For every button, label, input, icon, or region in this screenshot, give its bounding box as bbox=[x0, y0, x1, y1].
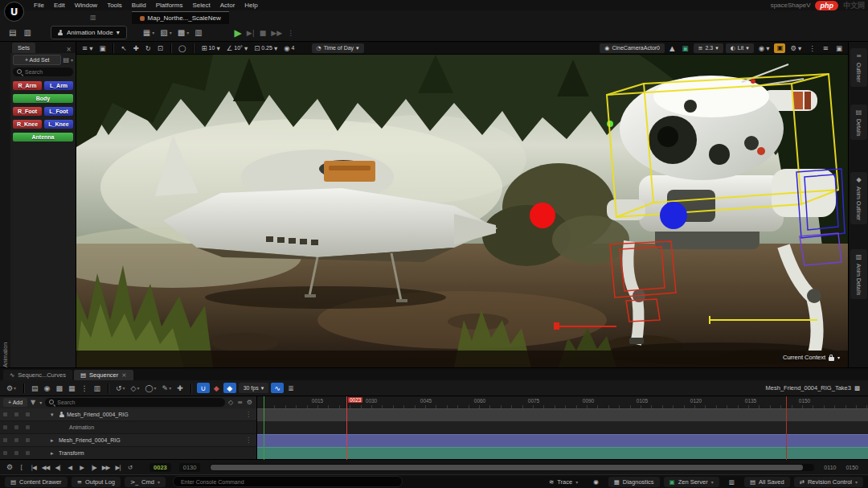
add-section-icon[interactable]: ⋮ bbox=[245, 411, 252, 418]
cmd-button[interactable]: >_ Cmd ▾ bbox=[125, 477, 166, 487]
paste-icon[interactable]: ▤ bbox=[63, 56, 69, 64]
marker-icon[interactable]: ◇▾ bbox=[129, 382, 141, 394]
fps-dropdown[interactable]: 30 fps ▾ bbox=[239, 383, 269, 393]
rig-marker-red[interactable] bbox=[530, 203, 555, 228]
rig-button-l-foot[interactable]: L_Foot bbox=[44, 107, 73, 116]
director-blueprint-icon[interactable]: ▦ bbox=[67, 382, 77, 394]
plugin-icon[interactable]: ▥ bbox=[723, 477, 740, 487]
track-row-rig-child[interactable]: ▸ Mesh_Friend_0004_RIG ⋮ bbox=[0, 434, 256, 447]
transform-section-band[interactable] bbox=[257, 447, 868, 460]
scale-snap-toggle[interactable]: ⊡0.25▾ bbox=[252, 44, 280, 52]
viewport-scene[interactable] bbox=[76, 55, 848, 367]
play-options-icon[interactable]: ⋮ bbox=[287, 29, 294, 37]
quick-add-button[interactable]: ▦▾ bbox=[141, 27, 157, 39]
rig-button-l-arm[interactable]: L_Arm bbox=[44, 81, 73, 90]
add-set-button[interactable]: + Add Set bbox=[13, 55, 61, 65]
add-track-button[interactable]: + Add bbox=[3, 398, 27, 407]
chevron-down-icon[interactable]: ▾ bbox=[39, 400, 43, 405]
expander-closed-icon[interactable]: ▸ bbox=[51, 450, 56, 457]
prev-marker-icon[interactable]: ◇ bbox=[227, 399, 234, 406]
list-icon[interactable]: ≡ bbox=[236, 399, 244, 406]
editor-mode-dropdown[interactable]: Animation Mode ▾ bbox=[51, 26, 127, 39]
secondary-frame-field[interactable]: 0130 bbox=[179, 463, 201, 472]
rotate-tool-icon[interactable]: ↻ bbox=[143, 44, 154, 52]
rig-button-r-knee[interactable]: R_Knee bbox=[13, 120, 42, 129]
sequencer-timeline[interactable]: 0015 0030 0045 0060 0075 0090 0105 0120 … bbox=[257, 396, 868, 460]
snap-toggle[interactable]: ∪ bbox=[197, 383, 210, 393]
render-movie-icon[interactable]: ▩ bbox=[54, 382, 64, 394]
camera-actor-button[interactable]: ◉ CineCameraActor0 bbox=[600, 43, 665, 53]
sidebar-tab-anim-outliner[interactable]: ◆ Anim Outliner bbox=[850, 172, 867, 224]
undo-icon[interactable]: ↺▾ bbox=[114, 382, 127, 394]
sequencer-options-icon[interactable]: ⚙▾ bbox=[5, 382, 18, 394]
eject-camera-icon[interactable]: ▲ bbox=[667, 44, 678, 52]
filter-icon[interactable]: ▼ bbox=[30, 399, 36, 406]
playhead[interactable] bbox=[346, 396, 347, 460]
content-drawer-button[interactable]: ▤ Content Drawer bbox=[5, 477, 68, 487]
create-camera-icon[interactable]: ◉ bbox=[43, 382, 52, 394]
next-key-button[interactable]: ▶▶ bbox=[100, 464, 111, 471]
actions-icon[interactable]: ▥ bbox=[92, 382, 103, 394]
expander-closed-icon[interactable]: ▸ bbox=[51, 437, 56, 444]
keyframe-toggle[interactable]: ◆ bbox=[223, 383, 236, 393]
play-forward-button[interactable]: ▶ bbox=[76, 464, 87, 471]
set-start-bracket-icon[interactable]: [ bbox=[16, 464, 27, 471]
animation-band[interactable] bbox=[257, 421, 868, 434]
show-flags-icon[interactable]: ◉▾ bbox=[756, 44, 772, 52]
rotation-snap-toggle[interactable]: ∠10°▾ bbox=[224, 44, 251, 52]
sidebar-tab-outliner[interactable]: ≡ Outliner bbox=[850, 48, 867, 87]
previous-key-button[interactable]: ◀◀ bbox=[40, 464, 51, 471]
rig-button-antenna[interactable]: Antenna bbox=[13, 133, 73, 141]
menu-select[interactable]: Select bbox=[187, 2, 215, 9]
scrollbar-handle[interactable] bbox=[211, 465, 803, 470]
step-forward-button[interactable]: |▶ bbox=[88, 464, 99, 471]
view-range-start[interactable]: 0110 bbox=[824, 465, 836, 470]
fps-indicator-icon[interactable]: ◉ bbox=[588, 477, 604, 487]
highlighted-mode-toggle[interactable]: ▣ bbox=[774, 43, 785, 53]
menu-edit[interactable]: Edit bbox=[49, 2, 70, 9]
pilot-indicator-icon[interactable]: ▣ bbox=[680, 44, 691, 52]
skip-to-end-button[interactable]: ▶▶ bbox=[271, 29, 282, 37]
select-tool-icon[interactable]: ↖ bbox=[118, 44, 129, 52]
chevron-down-icon[interactable]: ▾ bbox=[71, 57, 73, 63]
curve-editor-toggle[interactable]: ∿ bbox=[271, 383, 284, 393]
more-options-icon[interactable]: ⋮ bbox=[806, 44, 818, 52]
revision-control-button[interactable]: ⇄ Revision Control ▾ bbox=[794, 477, 863, 487]
console-command-input[interactable] bbox=[179, 478, 396, 486]
rig-button-l-knee[interactable]: L_Knee bbox=[44, 120, 73, 129]
panel-close-icon[interactable]: × bbox=[63, 46, 74, 53]
sidebar-tab-anim-details[interactable]: ▥ Anim Details bbox=[850, 249, 867, 299]
source-control-status-button[interactable]: ▤ All Saved bbox=[744, 477, 790, 487]
menu-tools[interactable]: Tools bbox=[102, 2, 127, 9]
sidebar-tab-animation[interactable]: Animation bbox=[2, 50, 8, 367]
menu-actor[interactable]: Actor bbox=[215, 2, 240, 9]
content-browser-button[interactable]: ▥ bbox=[21, 27, 33, 39]
save-button[interactable]: ▤ bbox=[6, 27, 18, 39]
immersive-icon[interactable]: ▣ bbox=[833, 44, 845, 52]
settings-icon[interactable]: ⚙ bbox=[246, 399, 253, 406]
current-frame-field[interactable]: 0023 bbox=[149, 463, 171, 472]
layout-icon[interactable]: ≡ bbox=[821, 44, 831, 52]
editor-utility-button[interactable]: ▥ bbox=[192, 27, 204, 39]
rig-button-body[interactable]: Body bbox=[13, 94, 73, 103]
move-tool-icon[interactable]: ✚ bbox=[131, 44, 141, 52]
menu-file[interactable]: File bbox=[29, 2, 49, 9]
timeline-scrollbar[interactable] bbox=[210, 464, 814, 471]
rig-marker-blue[interactable] bbox=[660, 202, 687, 229]
close-icon[interactable]: × bbox=[121, 371, 126, 379]
viewport-maximize-icon[interactable]: ▣ bbox=[96, 44, 108, 52]
view-range-end[interactable]: 0150 bbox=[845, 465, 858, 470]
grid-snap-toggle[interactable]: ⊞10▾ bbox=[199, 44, 222, 52]
retimer-icon[interactable]: ≣ bbox=[286, 382, 296, 394]
jump-to-start-button[interactable]: |◀ bbox=[28, 464, 39, 471]
play-button[interactable]: ▶ bbox=[235, 27, 242, 39]
rig-button-r-arm[interactable]: R_Arm bbox=[13, 81, 42, 90]
track-search[interactable] bbox=[45, 398, 225, 407]
rig-button-r-foot[interactable]: R_Foot bbox=[13, 107, 42, 116]
tab-sequencer-curves[interactable]: ∿ Sequenc...Curves bbox=[3, 370, 72, 380]
menu-help[interactable]: Help bbox=[240, 2, 262, 9]
trace-button[interactable]: ≋ Trace ▾ bbox=[543, 477, 583, 487]
add-section-icon[interactable]: ⋮ bbox=[245, 437, 252, 444]
viewport-settings-icon[interactable]: ⚙▾ bbox=[788, 44, 804, 52]
viewport[interactable]: ≡▾ ▣ ↖ ✚ ↻ ⊡ ◯ ⊞10▾ ∠10°▾ ⊡0.25▾ ◉4 ◔ Ti… bbox=[76, 42, 848, 367]
